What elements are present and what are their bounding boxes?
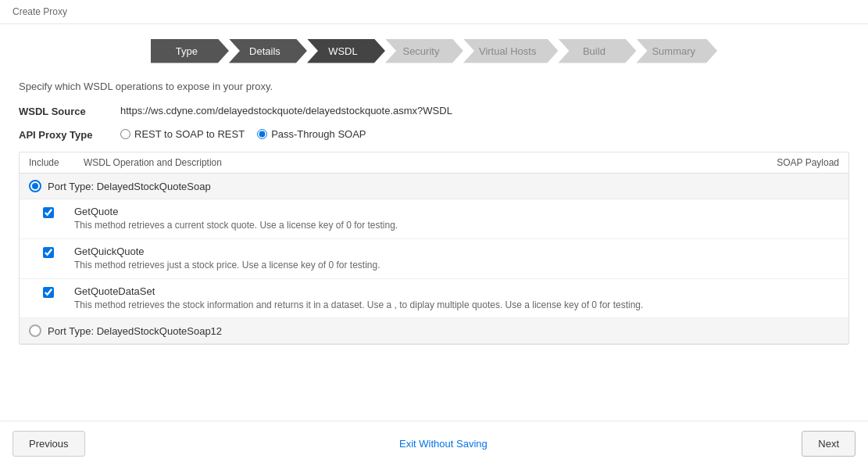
radio-pass-through-label: Pass-Through SOAP (271, 128, 366, 140)
exit-without-saving-link[interactable]: Exit Without Saving (399, 438, 488, 450)
getquote-checkbox[interactable] (43, 207, 54, 218)
radio-pass-through[interactable]: Pass-Through SOAP (257, 128, 366, 140)
operation-row-getquotedataset: GetQuoteDataSet This method retrieves th… (20, 279, 848, 319)
getquotedataset-checkbox[interactable] (43, 287, 54, 298)
step-wsdl[interactable]: WSDL (307, 37, 385, 65)
step-type[interactable]: Type (151, 37, 229, 65)
getquote-desc: This method retrieves a current stock qu… (74, 219, 839, 232)
wsdl-source-value: https://ws.cdyne.com/delayedstockquote/d… (120, 105, 452, 116)
port-type-label-1: Port Type: DelayedStockQuoteSoap (48, 181, 211, 192)
table-header: Include WSDL Operation and Description S… (20, 152, 848, 174)
getquotedataset-name: GetQuoteDataSet (74, 285, 839, 297)
getquote-content: GetQuote This method retrieves a current… (74, 206, 839, 232)
getquotedataset-checkbox-wrap[interactable] (43, 285, 74, 300)
col-include-header: Include (29, 157, 84, 168)
step-security[interactable]: Security (385, 37, 463, 65)
operations-table: Include WSDL Operation and Description S… (19, 152, 849, 345)
operation-row-getquickquote: GetQuickQuote This method retrieves just… (20, 239, 848, 279)
port-type-row-2[interactable]: Port Type: DelayedStockQuoteSoap12 (20, 318, 848, 344)
next-button[interactable]: Next (802, 431, 855, 457)
step-summary[interactable]: Summary (636, 37, 717, 65)
port-type-row-1[interactable]: Port Type: DelayedStockQuoteSoap (20, 174, 848, 199)
radio-rest-to-soap[interactable]: REST to SOAP to REST (120, 128, 245, 140)
page-title: Create Proxy (0, 0, 868, 24)
getquickquote-name: GetQuickQuote (74, 246, 839, 257)
getquickquote-checkbox[interactable] (43, 247, 54, 258)
getquote-name: GetQuote (74, 206, 839, 217)
port-type-label-2: Port Type: DelayedStockQuoteSoap12 (48, 325, 222, 337)
getquote-checkbox-wrap[interactable] (43, 206, 74, 220)
getquickquote-checkbox-wrap[interactable] (43, 246, 74, 260)
proxy-type-radio-group: REST to SOAP to REST Pass-Through SOAP (120, 128, 366, 140)
getquickquote-desc: This method retrieves just a stock price… (74, 259, 839, 272)
step-build[interactable]: Build (558, 37, 636, 65)
radio-rest-to-soap-input[interactable] (120, 129, 130, 139)
radio-pass-through-input[interactable] (257, 129, 267, 139)
page-subtitle: Specify which WSDL operations to expose … (19, 81, 849, 92)
getquotedataset-content: GetQuoteDataSet This method retrieves th… (74, 285, 839, 312)
api-proxy-type-row: API Proxy Type REST to SOAP to REST Pass… (19, 128, 849, 141)
radio-rest-to-soap-label: REST to SOAP to REST (134, 128, 245, 140)
step-virtual-hosts[interactable]: Virtual Hosts (463, 37, 558, 65)
port-type-radio-2[interactable] (29, 324, 41, 337)
col-payload-header: SOAP Payload (745, 157, 839, 168)
getquickquote-content: GetQuickQuote This method retrieves just… (74, 246, 839, 272)
wsdl-source-label: WSDL Source (19, 105, 120, 117)
wizard-steps: Type Details WSDL Security Virtual Hosts… (0, 24, 868, 77)
operation-row-getquote: GetQuote This method retrieves a current… (20, 199, 848, 239)
getquotedataset-desc: This method retrieves the stock informat… (74, 299, 839, 312)
main-content: Specify which WSDL operations to expose … (0, 77, 868, 345)
step-details[interactable]: Details (229, 37, 307, 65)
footer: Previous Exit Without Saving Next (0, 421, 868, 466)
port-type-radio-1[interactable] (29, 180, 41, 192)
api-proxy-type-label: API Proxy Type (19, 128, 120, 141)
previous-button[interactable]: Previous (13, 431, 85, 457)
col-operation-header: WSDL Operation and Description (84, 157, 745, 168)
wsdl-source-row: WSDL Source https://ws.cdyne.com/delayed… (19, 105, 849, 117)
